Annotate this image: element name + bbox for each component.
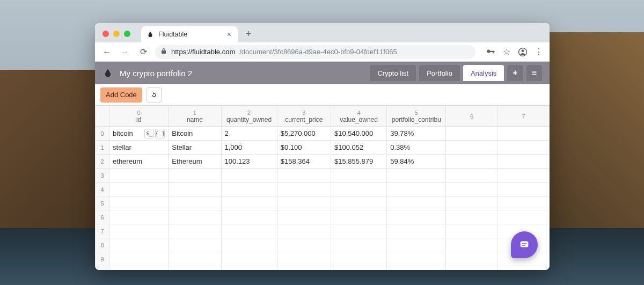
cell[interactable] — [221, 169, 277, 182]
tab-portfolio[interactable]: Portfolio — [419, 65, 460, 81]
cell[interactable] — [169, 169, 221, 182]
row-number[interactable]: 7 — [96, 224, 109, 238]
cell[interactable] — [446, 196, 497, 210]
cell[interactable] — [169, 224, 221, 238]
cell[interactable] — [497, 141, 549, 155]
cell[interactable] — [387, 224, 446, 238]
cell[interactable] — [169, 252, 221, 266]
cell[interactable] — [109, 266, 169, 271]
cell[interactable] — [331, 252, 386, 266]
col-header-id[interactable]: 0id — [109, 106, 169, 127]
cell[interactable] — [169, 238, 221, 252]
cell[interactable]: 1,000 — [221, 141, 277, 155]
cell[interactable] — [169, 196, 221, 210]
row-number[interactable]: 10 — [96, 266, 109, 271]
close-tab-button[interactable]: × — [226, 30, 232, 39]
cell[interactable] — [497, 169, 549, 182]
cell[interactable] — [387, 169, 446, 182]
cell[interactable] — [331, 224, 386, 238]
cell[interactable] — [387, 252, 446, 266]
cell[interactable] — [446, 252, 497, 266]
cell[interactable] — [277, 169, 331, 182]
row-number[interactable]: 0 — [96, 127, 109, 141]
cell[interactable] — [109, 210, 169, 224]
sheet-menu-button[interactable]: ≡ — [526, 65, 542, 81]
bookmark-star-icon[interactable]: ☆ — [501, 47, 512, 57]
cell[interactable]: stellar — [109, 141, 169, 155]
cell[interactable] — [497, 182, 549, 196]
cell[interactable] — [109, 252, 169, 266]
cell[interactable] — [331, 238, 386, 252]
row-number[interactable]: 9 — [96, 252, 109, 266]
col-header-6[interactable]: 6 — [446, 106, 497, 127]
col-header-7[interactable]: 7 — [497, 106, 549, 127]
cell[interactable]: 0.38% — [387, 141, 446, 155]
cell[interactable]: 39.78% — [387, 127, 446, 141]
cell[interactable] — [109, 196, 169, 210]
col-header-name[interactable]: 1name — [169, 106, 221, 127]
cell[interactable] — [277, 238, 331, 252]
cell[interactable]: $100.052 — [331, 141, 386, 155]
cell[interactable] — [497, 155, 549, 169]
col-header-quantity-owned[interactable]: 2quantity_owned — [221, 106, 277, 127]
cell[interactable] — [446, 127, 497, 141]
profile-icon[interactable] — [517, 47, 528, 57]
cell[interactable] — [387, 266, 446, 271]
cell[interactable]: Ethereum — [169, 155, 221, 169]
browser-tab[interactable]: Fluidtable × — [141, 26, 238, 42]
cell[interactable]: $0.100 — [277, 141, 331, 155]
cell[interactable] — [331, 266, 386, 271]
cell[interactable]: 100.123 — [221, 155, 277, 169]
row-number[interactable]: 5 — [96, 196, 109, 210]
cell[interactable] — [446, 141, 497, 155]
cell[interactable] — [331, 169, 386, 182]
tab-crypto-list[interactable]: Crypto list — [370, 65, 416, 81]
row-number[interactable]: 2 — [96, 155, 109, 169]
cell[interactable] — [497, 210, 549, 224]
cell[interactable] — [446, 266, 497, 271]
row-number[interactable]: 1 — [96, 141, 109, 155]
cell[interactable]: $5,270.000 — [277, 127, 331, 141]
cell[interactable]: bitcoin $_ { } — [109, 127, 169, 141]
back-button[interactable]: ← — [100, 46, 113, 59]
cell[interactable] — [387, 210, 446, 224]
maximize-window-button[interactable] — [124, 31, 130, 37]
close-window-button[interactable] — [103, 31, 109, 37]
col-header-portfolio-contribu[interactable]: 5portfolio_contribu — [387, 106, 446, 127]
cell-terminal-button[interactable]: $_ — [144, 129, 154, 138]
cell-braces-button[interactable]: { } — [155, 129, 165, 138]
cell[interactable] — [221, 266, 277, 271]
cell[interactable] — [497, 266, 549, 271]
cell[interactable] — [109, 182, 169, 196]
forward-button[interactable]: → — [119, 46, 131, 59]
cell[interactable]: Bitcoin — [169, 127, 221, 141]
password-key-icon[interactable] — [485, 47, 496, 57]
cell[interactable]: 59.84% — [387, 155, 446, 169]
cell[interactable] — [221, 224, 277, 238]
row-number[interactable]: 4 — [96, 182, 109, 196]
cell[interactable] — [221, 252, 277, 266]
cell[interactable] — [387, 182, 446, 196]
cell[interactable] — [221, 196, 277, 210]
cell[interactable] — [446, 224, 497, 238]
cell[interactable] — [277, 210, 331, 224]
cell[interactable]: $10,540.000 — [331, 127, 386, 141]
refresh-data-button[interactable] — [147, 87, 162, 103]
new-tab-button[interactable]: + — [241, 26, 256, 41]
row-number[interactable]: 6 — [96, 210, 109, 224]
cell[interactable] — [331, 210, 386, 224]
cell[interactable] — [277, 182, 331, 196]
cell[interactable] — [277, 196, 331, 210]
cell[interactable] — [446, 182, 497, 196]
cell[interactable] — [169, 210, 221, 224]
cell[interactable] — [331, 182, 386, 196]
cell[interactable]: $15,855.879 — [331, 155, 386, 169]
col-header-current-price[interactable]: 3current_price — [277, 106, 331, 127]
cell[interactable] — [446, 169, 497, 182]
cell[interactable] — [331, 196, 386, 210]
cell[interactable] — [221, 238, 277, 252]
cell[interactable] — [169, 266, 221, 271]
cell[interactable]: $158.364 — [277, 155, 331, 169]
document-title[interactable]: My crypto portfolio 2 — [120, 69, 192, 78]
row-number[interactable]: 3 — [96, 169, 109, 182]
